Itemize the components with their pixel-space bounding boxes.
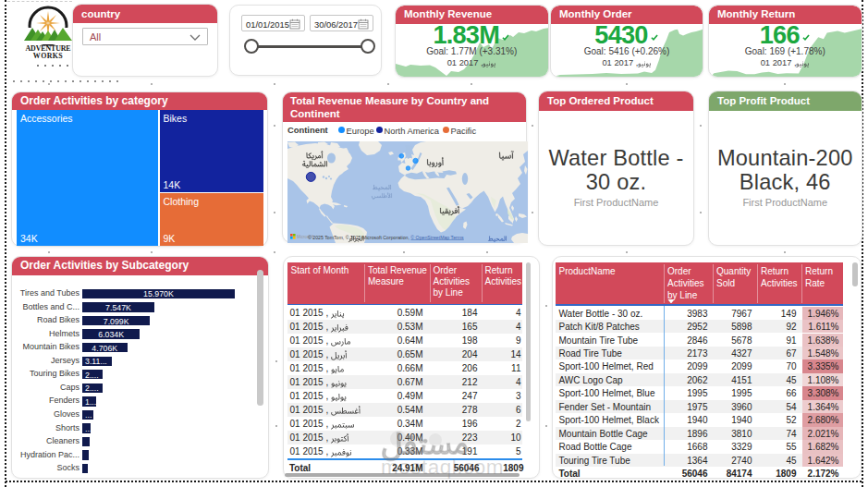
svg-text:© 2025 TomTom, © 2025 Microsof: © 2025 TomTom, © 2025 Microsoft Corporat… [308, 235, 464, 240]
svg-text:WORKS: WORKS [33, 52, 63, 60]
